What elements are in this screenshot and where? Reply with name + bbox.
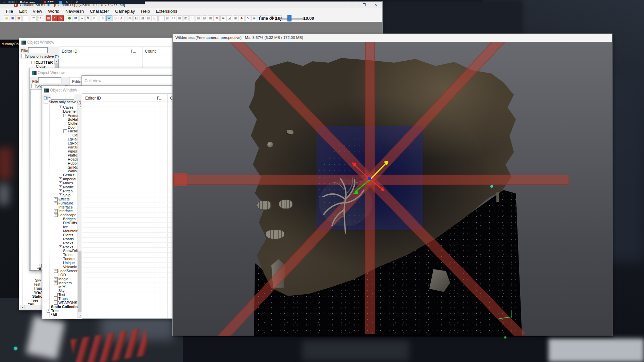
magnet-icon[interactable]: ∩: [92, 15, 97, 21]
render-window[interactable]: Wilderness [Free camera, perspective] - …: [172, 34, 612, 336]
maximize-button[interactable]: ❒: [359, 2, 369, 7]
hazard-icon[interactable]: ✳: [119, 15, 124, 21]
recorder-blue-icon[interactable]: [59, 1, 62, 4]
expand-icon[interactable]: +: [54, 301, 58, 305]
menu-gameplay[interactable]: Gameplay: [112, 9, 138, 14]
window-delete-icon[interactable]: ⊠: [214, 15, 220, 21]
menu-file[interactable]: File: [3, 9, 16, 14]
expand-icon[interactable]: +: [63, 114, 67, 117]
snap-to-grid-icon[interactable]: ▦: [46, 15, 51, 21]
window-2-icon[interactable]: ◧: [133, 15, 139, 21]
teal-marker[interactable]: [490, 185, 493, 188]
gizmo-blue-center[interactable]: [368, 177, 371, 180]
undo-icon[interactable]: ↶: [31, 15, 37, 21]
expand-icon[interactable]: +: [31, 61, 35, 64]
speech-bubble-icon[interactable]: ○: [112, 15, 118, 21]
window-1-icon[interactable]: ▭: [127, 15, 133, 21]
gizmo-green-axis[interactable]: [355, 180, 370, 192]
minimize-button[interactable]: –: [347, 2, 357, 7]
window-16-icon[interactable]: ◪: [226, 15, 232, 21]
expand-icon[interactable]: +: [54, 197, 58, 201]
column-editor-id[interactable]: Editor ID: [62, 49, 77, 54]
expand-icon[interactable]: +: [54, 281, 58, 285]
menu-character[interactable]: Character: [87, 9, 112, 14]
gizmo-red-axis-down-right[interactable]: [370, 180, 383, 189]
save-icon[interactable]: ▣: [10, 15, 16, 21]
expand-icon[interactable]: +: [47, 309, 50, 313]
time-of-day-slider[interactable]: [280, 18, 305, 20]
tree-scrollbar[interactable]: ▲ ▼: [77, 104, 82, 318]
render-viewport[interactable]: [173, 42, 612, 336]
window-17-icon[interactable]: ▣: [233, 15, 238, 21]
filter-input[interactable]: [28, 47, 48, 53]
close-button[interactable]: ✕: [371, 2, 381, 7]
show-only-active-checkbox[interactable]: [21, 54, 25, 58]
water-icon[interactable]: w: [106, 15, 112, 21]
collapse-icon[interactable]: −: [63, 129, 67, 133]
collapse-icon[interactable]: −: [59, 110, 62, 113]
object-window-1-titlebar[interactable]: Object Window: [19, 38, 173, 47]
column-f[interactable]: F...: [157, 96, 162, 101]
menu-help[interactable]: Help: [138, 9, 153, 14]
menu-extensions[interactable]: Extensions: [153, 9, 180, 14]
expand-icon[interactable]: +: [54, 293, 58, 297]
scroll-left-icon[interactable]: ◄: [20, 305, 25, 309]
movement-arrows-icon[interactable]: ⇄: [73, 15, 78, 21]
menu-navmesh[interactable]: NavMesh: [62, 9, 87, 14]
scroll-down-icon[interactable]: ▼: [78, 313, 82, 318]
select-arrow-icon[interactable]: ↖: [245, 15, 251, 21]
gizmo-yellow-axis[interactable]: [370, 163, 386, 180]
column-editor-id[interactable]: Editor ID: [85, 96, 101, 101]
window-14-icon[interactable]: ▩: [208, 15, 214, 21]
gizmo-red-axis-up-left[interactable]: [354, 164, 370, 180]
column-count[interactable]: Count: [145, 49, 156, 54]
barrel-prop[interactable]: [257, 200, 272, 210]
filter-input[interactable]: [38, 77, 61, 83]
light-icon[interactable]: ☼: [100, 15, 106, 21]
scroll-up-icon[interactable]: ▲: [78, 104, 82, 109]
post-prop[interactable]: [496, 192, 499, 202]
expand-icon[interactable]: +: [59, 245, 62, 249]
window-5-icon[interactable]: ◫: [152, 15, 158, 21]
window-9-icon[interactable]: ▦: [177, 15, 182, 21]
window-4-icon[interactable]: ▤: [146, 15, 152, 21]
world-sphere-icon[interactable]: ●: [67, 15, 72, 21]
scroll-thumb[interactable]: [78, 251, 82, 312]
scroll-up-icon[interactable]: ▲: [54, 59, 59, 64]
window-8-icon[interactable]: ⊟: [171, 15, 176, 21]
window-11-icon[interactable]: ⊡: [189, 15, 195, 21]
expand-icon[interactable]: +: [59, 193, 62, 197]
fullscreen-label[interactable]: Fullscreen: [20, 1, 35, 4]
time-of-day-slider-thumb[interactable]: [287, 15, 291, 21]
render-window-titlebar[interactable]: Wilderness [Free camera, perspective] - …: [173, 34, 612, 42]
collapse-icon[interactable]: −: [54, 213, 58, 217]
column-f[interactable]: F...: [131, 49, 136, 54]
expand-icon[interactable]: +: [59, 181, 62, 185]
preferences-icon[interactable]: ☰: [22, 15, 28, 21]
expand-icon[interactable]: +: [54, 209, 58, 213]
expand-icon[interactable]: +: [54, 297, 58, 301]
menu-world[interactable]: World: [45, 9, 62, 14]
recorder-close-icon[interactable]: ✕: [75, 1, 78, 4]
snap-to-reference-icon[interactable]: ✎: [58, 15, 64, 21]
redo-icon[interactable]: ↷: [37, 15, 43, 21]
snap-to-angle-icon[interactable]: ∠: [52, 15, 58, 21]
category-tree[interactable]: +Caves−Dwemer+AnimateBgHallsClutterDoor−…: [43, 104, 82, 318]
recorder-window-icons[interactable]: ⧉ ⧉ ⛶: [8, 0, 16, 4]
window-13-icon[interactable]: ▨: [202, 15, 207, 21]
window-10-icon[interactable]: ◩: [183, 15, 189, 21]
expand-icon[interactable]: +: [54, 201, 58, 205]
expand-icon[interactable]: +: [59, 106, 62, 109]
barrel-prop[interactable]: [265, 230, 285, 239]
sphere-prop[interactable]: [267, 142, 273, 147]
show-only-active-checkbox[interactable]: [32, 84, 36, 88]
open-icon[interactable]: ▥: [4, 15, 9, 21]
window-3-icon[interactable]: ◨: [140, 15, 145, 21]
camera-icon[interactable]: ◉: [251, 15, 257, 21]
crescent-rock[interactable]: [285, 130, 293, 135]
menu-edit[interactable]: Edit: [16, 9, 30, 14]
window-7-icon[interactable]: ▥: [164, 15, 170, 21]
barrel-prop[interactable]: [279, 199, 293, 209]
expand-icon[interactable]: +: [59, 177, 62, 181]
expand-icon[interactable]: +: [54, 277, 58, 281]
